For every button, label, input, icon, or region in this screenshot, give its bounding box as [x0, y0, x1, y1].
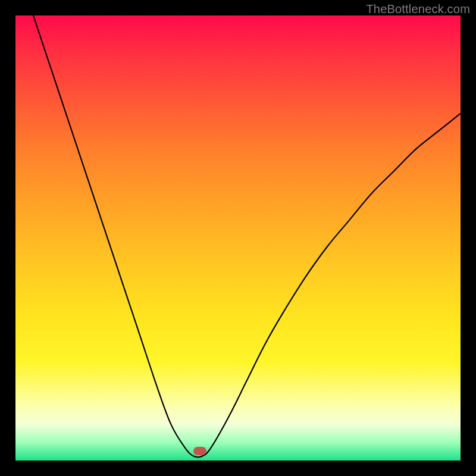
- bottleneck-curve: [15, 15, 461, 461]
- trough-marker: [193, 447, 206, 455]
- plot-area: [15, 15, 461, 461]
- watermark-text: TheBottleneck.com: [366, 2, 470, 16]
- chart-frame: TheBottleneck.com: [0, 0, 476, 476]
